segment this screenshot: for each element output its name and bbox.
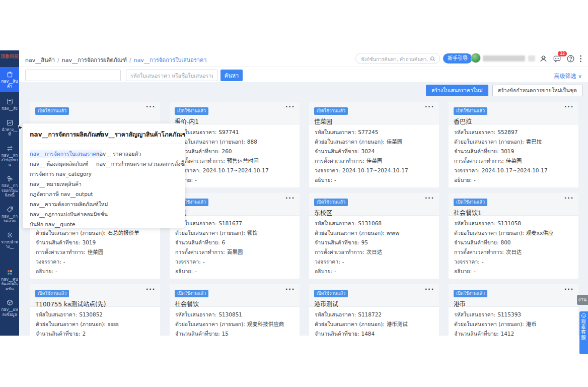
apps-icon [0,269,19,276]
sidebar-item-8[interactable]: nav__แหล่งข้อมูล [0,297,19,319]
quotation-card: เปิดใช้งานแล้ว ··· 微信 รหัสใบเสนอราคา:S18… [170,193,300,279]
menu-item-col1-7[interactable]: บันทึก nav__quote [30,219,97,228]
menu-col1-header: nav__การจัดการผลิตภัณฑ์ [30,130,97,144]
status-badge: เปิดใช้งานแล้ว [35,107,69,115]
sidebar-item-1[interactable]: nav__สั่ง [0,96,19,113]
avatar[interactable] [471,53,481,63]
menu-item-col1-2[interactable]: การจัดการ nav_category [30,169,97,179]
card-field-alias: ตัวย่อใบเสนอราคา (ภายนอก):港币测试 [315,319,433,329]
top-bar: nav__สินค้า/nav__การจัดการผลิตภัณฑ์/nav_… [19,50,588,67]
card-field-alias: ตัวย่อใบเสนอราคา (ภายนอก):石总的报价单 [36,228,155,238]
blurred-item [528,55,535,61]
filter-input-secondary[interactable] [25,70,121,81]
sidebar-item-0[interactable]: nav__สินค้า [0,67,19,92]
card-more-button[interactable]: ··· [564,103,574,110]
product-flyout-menu: nav__การจัดการผลิตภัณฑ์ nav__การจัดการใบ… [23,123,185,228]
card-field-schedule: การตั้งค่าเวลาทำการ:预售运营时间 [175,156,294,166]
bag-icon [0,71,19,78]
newbie-guide-button[interactable]: 新手引导 [443,53,472,63]
more-menu-icon[interactable] [576,54,582,63]
sidebar-item-2[interactable]: นำทาง__ที่ [0,117,19,139]
breadcrumb-separator: / [57,57,59,63]
card-more-button[interactable]: ··· [425,285,434,293]
mouse-cursor [18,124,24,134]
status-badge: เปิดใช้งานแล้ว [454,107,487,115]
chevron-down-icon: ∨ [578,73,582,80]
chat-smiley-icon [581,313,586,318]
card-more-button[interactable]: ··· [285,285,295,293]
card-field-alias: ตัวย่อใบเสนอราคา (ภายนอก):观麦科技供应商 [175,319,294,329]
card-field-count: จำนวนสินค้าที่ขาย:3024 [315,147,433,156]
card-more-button[interactable]: ··· [146,285,156,293]
card-more-button[interactable]: ··· [425,103,434,110]
card-more-button[interactable]: ··· [564,285,574,293]
breadcrumb-item[interactable]: nav__การจัดการผลิตภัณฑ์ [62,57,127,63]
card-more-button[interactable]: ··· [425,194,434,202]
card-field-code: รหัสใบเสนอราคา:S130852 [36,310,155,319]
card-more-button[interactable]: ··· [285,194,295,202]
gear-icon [0,231,19,239]
card-field-cycle: วงจรราคา:- [36,257,155,267]
card-field-code: รหัสใบเสนอราคา:S118722 [315,310,433,319]
support-agent-icon[interactable] [539,54,548,63]
status-badge: เปิดใช้งานแล้ว [175,107,208,115]
sidebar-item-6[interactable]: ระบบนำทาง__ [0,229,19,251]
username-blurred [483,55,525,61]
quotation-card: เปิดใช้งานแล้ว ··· T100755 ka测试站点(先) รหั… [30,284,160,336]
card-field-cycle: วงจรราคา:2024-10-17~2024-10-17 [315,166,433,175]
sidebar-item-5[interactable]: nav__การตลาด [0,204,19,226]
global-search [355,53,440,64]
global-search-input[interactable] [361,54,430,64]
card-field-count: จำนวนสินค้าที่ขาย:3019 [36,238,155,247]
sidebar-item-4[interactable]: nav__การออกใบแจ้งหนี้ [0,173,19,200]
task-tab[interactable]: งาน [577,295,588,305]
card-title: 港币测试 [314,299,434,308]
sidebar-item-7[interactable]: nav__ศูนย์แอปพลิเคชัน [0,267,19,294]
card-field-desc: อธิบาย:- [36,267,155,276]
card-more-button[interactable]: ··· [564,194,574,202]
card-field-count: จำนวนสินค้าที่ขาย:800 [454,238,573,247]
quotation-card: เปิดใช้งานแล้ว ··· 港币测试 รหัสใบเสนอราคา:S… [309,284,439,336]
quotation-card: เปิดใช้งานแล้ว ··· 报价-内1 รหัสใบเสนอราคา:… [170,102,300,187]
menu-item-col2-1[interactable]: nav__การกำหนดราคาส่วนลดการสั่งซื้อแบบเต็… [96,159,182,169]
card-more-button[interactable]: ··· [146,103,156,110]
card-title: 港币 [454,299,573,308]
customer-service-tab[interactable]: 观麦客服 [579,311,588,354]
menu-item-col1-0[interactable]: nav__การจัดการใบเสนอราคา [30,149,97,159]
search-button[interactable]: ค้นหา [220,70,243,81]
card-field-alias: ตัวย่อใบเสนอราคา (ภายนอก):香巴拉 [454,137,573,147]
card-field-alias: ตัวย่อใบเสนอราคา (ภายนอก):ssss [36,319,155,329]
batch-create-button[interactable]: สร้างข้อกำหนดการขายใหม่เป็นชุด [492,85,582,96]
card-field-schedule: การตั้งค่าเวลาทำการ:佳菜园 [454,156,573,166]
card-field-code: รหัสใบเสนอราคา:S130851 [175,310,294,319]
quotation-card: เปิดใช้งานแล้ว ··· 佳菜园 รหัสใบเสนอราคา:S7… [309,102,439,187]
nodes-icon [0,175,19,182]
menu-item-col1-5[interactable]: nav__ความต้องการผลิตภัณฑ์ใหม่ [30,199,97,209]
card-field-code: รหัสใบเสนอราคา:S97741 [175,127,294,137]
sidebar-item-3[interactable]: nav__ห่วงโซ่อุปทาน [0,143,19,170]
menu-item-col1-6[interactable]: nav__กฎการแบ่งปันค่าคอมมิชชั่น [30,209,97,219]
status-badge: เปิดใช้งานแล้ว [454,199,487,206]
menu-item-col1-4[interactable]: กฎอัตราภาษี nav__output [30,189,97,199]
breadcrumb-current: nav__การจัดการใบเสนอราคา [134,57,207,63]
card-title: 佳菜园 [314,117,434,125]
menu-col2-header: nav__ราคาสัญญาสินค้าโภคภัณฑ์ [96,130,182,144]
cube-icon [0,299,19,306]
advanced-filter-link[interactable]: 高级筛选 ∨ [554,72,582,80]
breadcrumb-item[interactable]: nav__สินค้า [25,57,55,63]
card-title: 报价-内1 [175,117,295,125]
message-count-badge: 32 [558,51,567,56]
card-field-count: จำนวนสินค้าที่ขาย:1484 [315,329,433,336]
card-field-schedule: การตั้งค่าเวลาทำการ:佳菜园 [36,247,155,257]
menu-item-col1-1[interactable]: nav__ ห้องสมุดผลิตภัณฑ์ [30,159,97,169]
quotation-search-input[interactable] [126,70,217,81]
create-quotation-button[interactable]: สร้างใบเสนอราคาใหม่ [426,85,488,96]
card-more-button[interactable]: ··· [285,103,295,110]
help-icon[interactable] [566,54,575,63]
status-badge: เปิดใช้งานแล้ว [175,290,208,297]
order-icon [0,98,19,105]
menu-item-col1-3[interactable]: nav__ หมายเหตุสินค้า [30,179,97,189]
card-field-alias: ตัวย่อใบเสนอราคา (ภายนอก):佳菜园 [315,137,433,147]
quotation-card: เปิดใช้งานแล้ว ··· 香巴拉 รหัสใบเสนอราคา:S5… [449,102,578,187]
menu-item-col2-0[interactable]: nav__ ราคาลอยตัว [96,149,182,159]
